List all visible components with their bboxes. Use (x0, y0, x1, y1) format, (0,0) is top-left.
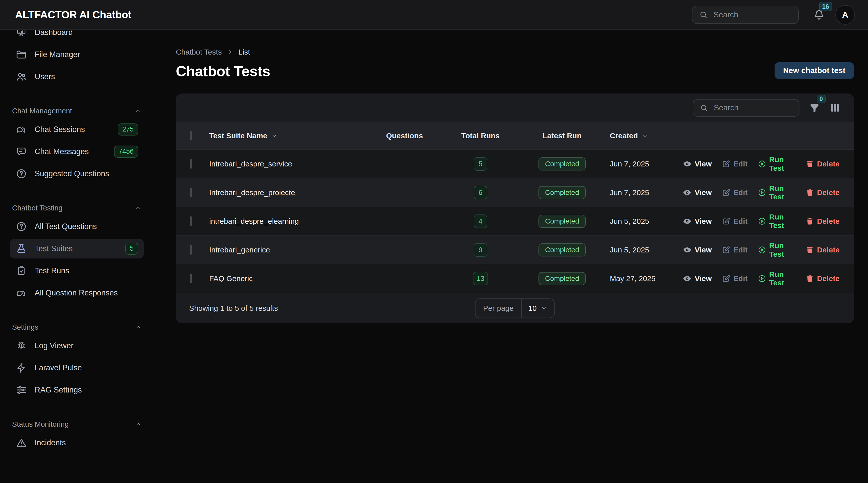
edit-action[interactable]: Edit (722, 160, 748, 168)
sidebar-section-status-monitoring[interactable]: Status Monitoring (10, 415, 144, 433)
sidebar-item-dashboard[interactable]: Dashboard (10, 30, 144, 42)
delete-action[interactable]: Delete (805, 274, 840, 283)
sidebar-item-label: Laravel Pulse (35, 363, 82, 372)
view-action[interactable]: View (683, 246, 712, 254)
sidebar-section-chat-management[interactable]: Chat Management (10, 102, 144, 120)
chat-lines-icon (16, 146, 27, 158)
sidebar-item-users[interactable]: Users (10, 67, 144, 86)
play-circle-icon (758, 217, 766, 226)
table-row[interactable]: intrebari_despre_elearning 4 Completed J… (176, 207, 854, 235)
sidebar-item-suggested-questions[interactable]: Suggested Questions (10, 164, 144, 183)
per-page-value: 10 (528, 304, 536, 313)
trash-icon (805, 274, 814, 283)
view-action[interactable]: View (683, 274, 712, 283)
page-title: Chatbot Tests (176, 63, 270, 80)
delete-action[interactable]: Delete (805, 217, 840, 226)
chevron-down-icon[interactable] (271, 132, 278, 139)
test-suite-name: Intrebari_generice (209, 246, 270, 254)
status-badge: Completed (538, 186, 585, 199)
table-row[interactable]: FAQ Generic 13 Completed May 27, 2025 Vi… (176, 264, 854, 293)
sidebar-item-file-manager[interactable]: File Manager (10, 45, 144, 64)
sidebar-item-laravel-pulse[interactable]: Laravel Pulse (10, 358, 144, 378)
run-test-action[interactable]: Run Test (758, 184, 796, 201)
status-badge: Completed (538, 215, 585, 228)
sidebar-section-settings[interactable]: Settings (10, 318, 144, 336)
view-action[interactable]: View (683, 188, 712, 197)
column-header-total-runs[interactable]: Total Runs (461, 132, 500, 140)
column-header-questions[interactable]: Questions (386, 132, 423, 140)
sidebar-item-label: Chat Messages (35, 147, 89, 156)
view-action[interactable]: View (683, 217, 712, 226)
chevron-down-icon[interactable] (642, 132, 649, 139)
topbar: ALTFACTOR AI Chatbot 16 A (0, 0, 868, 30)
filter-funnel-icon (809, 102, 820, 113)
view-action[interactable]: View (683, 160, 712, 168)
breadcrumb-root[interactable]: Chatbot Tests (176, 48, 222, 56)
trash-icon (805, 217, 814, 226)
trash-icon (805, 188, 814, 197)
sidebar-item-test-runs[interactable]: Test Runs (10, 261, 144, 281)
column-header-created[interactable]: Created (610, 132, 638, 140)
test-suite-name: Intrebari_despre_service (209, 160, 292, 168)
warning-triangle-icon (16, 437, 27, 449)
table-body: Intrebari_despre_service 5 Completed Jun… (176, 150, 854, 293)
play-circle-icon (758, 188, 766, 197)
table-row[interactable]: Intrebari_despre_proiecte 6 Completed Ju… (176, 178, 854, 207)
sidebar-item-incidents[interactable]: Incidents (10, 433, 144, 453)
sidebar-item-all-question-responses[interactable]: All Question Responses (10, 283, 144, 303)
filter-button[interactable]: 0 (809, 102, 820, 113)
edit-action[interactable]: Edit (722, 274, 748, 283)
run-test-action[interactable]: Run Test (758, 213, 796, 230)
sidebar-item-chat-sessions[interactable]: Chat Sessions 275 (10, 120, 144, 139)
table-footer: Showing 1 to 5 of 5 results Per page 10 (176, 293, 854, 323)
notifications-button[interactable]: 16 (813, 8, 825, 21)
per-page-label: Per page (475, 299, 521, 317)
row-checkbox[interactable] (190, 216, 192, 226)
select-all-checkbox[interactable] (190, 131, 192, 141)
count-badge: 7456 (114, 146, 138, 158)
delete-action[interactable]: Delete (805, 188, 840, 197)
edit-action[interactable]: Edit (722, 246, 748, 254)
avatar-initial: A (842, 10, 848, 20)
main-content: Chatbot Tests List Chatbot Tests New cha… (154, 30, 868, 483)
global-search[interactable] (692, 6, 799, 24)
avatar[interactable]: A (835, 5, 855, 25)
table-row[interactable]: Intrebari_generice 9 Completed Jun 5, 20… (176, 235, 854, 264)
sidebar-item-all-test-questions[interactable]: All Test Questions (10, 217, 144, 236)
sidebar-item-chat-messages[interactable]: Chat Messages 7456 (10, 142, 144, 162)
table-row[interactable]: Intrebari_despre_service 5 Completed Jun… (176, 150, 854, 178)
global-search-input[interactable] (714, 10, 814, 19)
columns-button[interactable] (830, 102, 841, 113)
delete-action[interactable]: Delete (805, 160, 840, 168)
row-checkbox[interactable] (190, 159, 192, 169)
table-header-row: Test Suite Name Questions Total Runs Lat… (176, 122, 854, 150)
topbar-right: 16 A (692, 5, 855, 25)
eye-icon (683, 217, 692, 226)
run-test-action[interactable]: Run Test (758, 155, 796, 172)
chevron-up-icon (135, 420, 142, 428)
table-search-input[interactable] (714, 103, 814, 112)
status-badge: Completed (538, 158, 585, 170)
section-title: Chat Management (12, 107, 72, 115)
delete-action[interactable]: Delete (805, 246, 840, 254)
sidebar-item-log-viewer[interactable]: Log Viewer (10, 336, 144, 356)
per-page-select[interactable]: Per page 10 (475, 299, 555, 318)
column-header-latest-run[interactable]: Latest Run (542, 132, 582, 140)
sidebar-item-test-suites[interactable]: Test Suites 5 (10, 239, 144, 258)
run-test-action[interactable]: Run Test (758, 242, 796, 258)
row-checkbox[interactable] (190, 188, 192, 197)
edit-action[interactable]: Edit (722, 217, 748, 226)
status-badge: Completed (538, 272, 585, 285)
edit-action[interactable]: Edit (722, 188, 748, 197)
row-checkbox[interactable] (190, 245, 192, 255)
table-search[interactable] (693, 99, 800, 117)
column-header-name[interactable]: Test Suite Name (209, 132, 267, 140)
results-summary: Showing 1 to 5 of 5 results (189, 304, 278, 313)
sidebar-item-rag-settings[interactable]: RAG Settings (10, 380, 144, 400)
sidebar-section-chatbot-testing[interactable]: Chatbot Testing (10, 199, 144, 217)
test-suite-name: intrebari_despre_elearning (209, 217, 299, 226)
sidebar-item-label: Users (35, 72, 55, 81)
run-test-action[interactable]: Run Test (758, 270, 796, 287)
new-chatbot-test-button[interactable]: New chatbot test (775, 62, 854, 79)
row-checkbox[interactable] (190, 274, 192, 283)
